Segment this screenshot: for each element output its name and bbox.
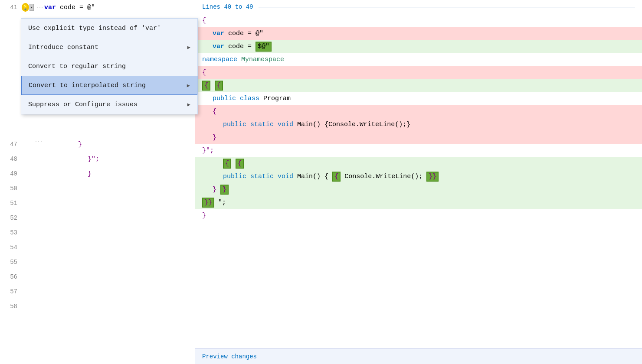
line-number-50: 50	[0, 185, 22, 192]
diff-line-green-5: } }	[195, 183, 642, 196]
menu-item-suppress-configure[interactable]: Suppress or Configure issues ▶	[21, 95, 197, 114]
line-row-53: 53	[0, 225, 195, 240]
line-row-47: 47 }	[0, 137, 195, 152]
diff-content: }";	[195, 147, 214, 154]
diff-line-red-5: }	[195, 131, 642, 144]
left-panel: 41 💡 ▾ var code = @" Use explicit type i…	[0, 0, 195, 364]
arrow-icon: ▶	[187, 101, 190, 108]
menu-item-introduce-constant[interactable]: Introduce constant ▶	[21, 38, 197, 57]
line-code-49: }	[34, 170, 92, 178]
diff-content: { {	[195, 82, 223, 89]
context-menu: Use explicit type instead of 'var' Intro…	[21, 18, 198, 114]
preview-header: Lines 40 to 49	[195, 0, 642, 14]
menu-item-convert-regular-string[interactable]: Convert to regular string	[21, 57, 197, 76]
diff-line-red-2: {	[195, 66, 642, 79]
lines-below-menu: 47 } 48 }"; 49 }	[0, 137, 195, 314]
diff-line-red-1: var code = @"	[195, 27, 642, 40]
line-code-48: }";	[34, 156, 99, 163]
diff-line-red-4: public static void Main() {Console.Write…	[195, 118, 642, 131]
diff-line-green-2: { {	[195, 79, 642, 92]
line-row-55: 55	[0, 255, 195, 270]
diff-content: var code = @"	[195, 30, 263, 37]
line-number-41: 41	[0, 4, 22, 11]
diff-content: public class Program	[195, 95, 291, 102]
diff-line-open-brace: {	[195, 14, 642, 27]
bulb-area[interactable]: 💡 ▾	[22, 3, 34, 12]
diff-area: { var code = @" var code = $@"	[195, 14, 642, 348]
line-number-57: 57	[0, 288, 22, 295]
line-number-54: 54	[0, 244, 22, 251]
diff-content: {	[195, 108, 216, 115]
editor-container: 41 💡 ▾ var code = @" Use explicit type i…	[0, 0, 642, 364]
line-row-56: 56	[0, 270, 195, 284]
diff-line-green-1: var code = $@"	[195, 40, 642, 53]
line-number-56: 56	[0, 273, 22, 280]
diff-line-class: public class Program	[195, 92, 642, 105]
diff-content: }} ";	[195, 199, 226, 206]
line-row-58: 58	[0, 299, 195, 314]
bulb-dropdown-arrow[interactable]: ▾	[29, 4, 34, 11]
line-row-54: 54	[0, 240, 195, 255]
diff-content: } }	[195, 186, 229, 193]
line-code-41: var code = @"	[43, 4, 95, 11]
diff-line-green-4: public static void Main() { { Console.Wr…	[195, 170, 642, 183]
diff-line-final-brace: }	[195, 209, 642, 222]
line-row-49: 49 }	[0, 166, 195, 181]
line-row-51: 51	[0, 196, 195, 211]
diff-line-red-3: {	[195, 105, 642, 118]
diff-line-close-str: }";	[195, 144, 642, 157]
diff-content: { {	[195, 160, 244, 167]
line-number-58: 58	[0, 303, 22, 310]
arrow-icon: ▶	[187, 44, 190, 51]
line-row-48: 48 }";	[0, 152, 195, 166]
menu-item-use-explicit-type[interactable]: Use explicit type instead of 'var'	[21, 19, 197, 38]
line-row-52: 52	[0, 211, 195, 225]
diff-content: namespace Mynamespace	[195, 56, 284, 63]
line-number-55: 55	[0, 259, 22, 266]
preview-footer: Preview changes	[195, 348, 642, 364]
line-number-51: 51	[0, 200, 22, 207]
line-number-53: 53	[0, 229, 22, 236]
diff-line-green-6: }} ";	[195, 196, 642, 209]
line-code-47: }	[34, 141, 82, 148]
diff-line-green-3: { {	[195, 157, 642, 170]
line-row-41: 41 💡 ▾ var code = @"	[0, 0, 195, 15]
arrow-icon: ▶	[187, 82, 190, 89]
diff-line-namespace: namespace Mynamespace	[195, 53, 642, 66]
line-number-49: 49	[0, 170, 22, 177]
preview-changes-link[interactable]: Preview changes	[202, 353, 257, 360]
menu-item-convert-interpolated-string[interactable]: Convert to interpolated string ▶	[21, 76, 197, 95]
line-number-47: 47	[0, 141, 22, 148]
diff-content: }	[195, 212, 206, 219]
line-number-52: 52	[0, 214, 22, 221]
diff-content: }	[195, 134, 216, 141]
line-row-50: 50	[0, 181, 195, 196]
right-panel: Lines 40 to 49 { var code = @"	[195, 0, 642, 364]
lightbulb-icon[interactable]: 💡	[22, 3, 29, 12]
diff-content: var code = $@"	[195, 43, 272, 50]
line-number-48: 48	[0, 156, 22, 162]
diff-content: public static void Main() { { Console.Wr…	[195, 173, 439, 180]
diff-content: public static void Main() {Console.Write…	[195, 121, 410, 128]
line-row-57: 57	[0, 284, 195, 299]
